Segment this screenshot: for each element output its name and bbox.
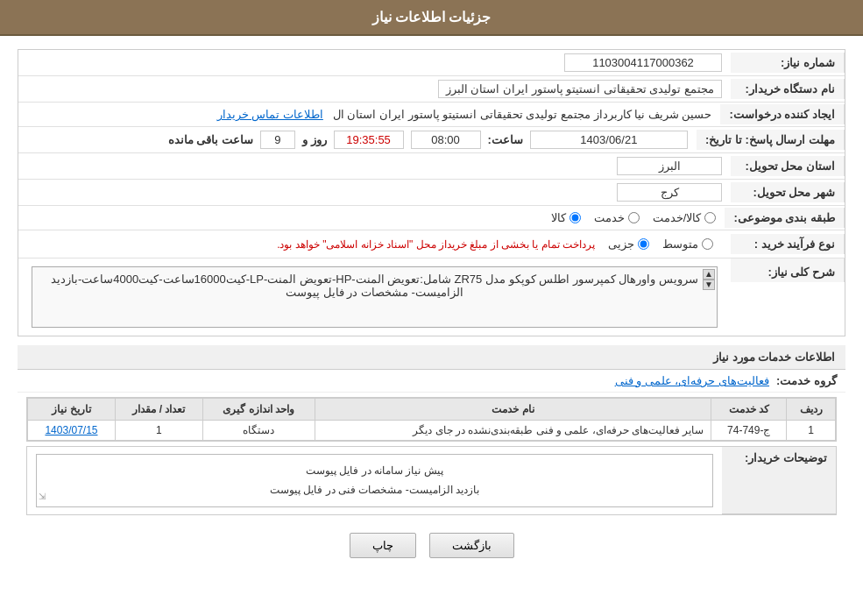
reply-deadline-label: مهلت ارسال پاسخ: تا تاریخ: — [697, 130, 845, 150]
province-value: البرز — [617, 157, 722, 175]
cell-service-name: سایر فعالیت‌های حرفه‌ای، علمی و فنی طبقه… — [315, 421, 711, 441]
category-khedmat-option[interactable]: خدمت — [594, 211, 640, 224]
category-kala-label: کالا — [551, 211, 566, 224]
need-number-value: 1103004117000362 — [564, 53, 722, 72]
category-kala-option[interactable]: کالا — [551, 211, 581, 224]
service-group-value[interactable]: فعالیت‌های حرفه‌ای، علمی و فنی — [615, 374, 769, 387]
need-number-row: شماره نیاز: 1103004117000362 — [18, 50, 845, 76]
purchase-jozvi-label: جزیی — [608, 237, 634, 251]
category-kala-khedmat-radio[interactable] — [704, 212, 716, 223]
arrow-up[interactable]: ▲ — [703, 269, 715, 280]
reply-days-value: 9 — [260, 131, 295, 149]
category-value-cell: کالا/خدمت خدمت کالا — [18, 208, 725, 228]
reply-remaining-label: ساعت باقی مانده — [168, 133, 253, 146]
reply-deadline-value-cell: 1403/06/21 ساعت: 08:00 19:35:55 روز و 9 … — [18, 127, 697, 152]
category-kala-radio[interactable] — [569, 212, 581, 223]
city-row: شهر محل تحویل: کرج — [18, 180, 845, 206]
category-kala-khedmat-label: کالا/خدمت — [653, 211, 702, 224]
need-number-label: شماره نیاز: — [731, 53, 845, 73]
category-label: طبقه بندی موضوعی: — [725, 208, 845, 228]
table-header-row: ردیف کد خدمت نام خدمت واحد اندازه گیری ت… — [28, 399, 836, 421]
reply-remaining-value: 19:35:55 — [334, 131, 404, 149]
col-service-name: نام خدمت — [315, 399, 711, 421]
buyer-notes-line1: پیش نیاز سامانه در فایل پیوست — [44, 462, 705, 481]
buyer-org-value: مجتمع تولیدی تحقیقاتی انستیتو پاستور ایر… — [438, 80, 722, 98]
reply-time-label: ساعت: — [488, 133, 523, 146]
col-rownum: ردیف — [787, 399, 836, 421]
purchase-jozvi-option[interactable]: جزیی — [608, 237, 649, 251]
city-value-cell: کرج — [18, 180, 731, 205]
purchase-jozvi-radio[interactable] — [638, 238, 649, 250]
province-row: استان محل تحویل: البرز — [18, 153, 845, 180]
purchase-motavaset-radio[interactable] — [702, 238, 713, 250]
main-info-section: شماره نیاز: 1103004117000362 نام دستگاه … — [18, 49, 845, 336]
purchase-type-value-cell: متوسط جزیی پرداخت تمام یا بخشی از مبلغ خ… — [18, 230, 731, 258]
creator-value-cell: حسین شریف نیا کاربرداز مجتمع تولیدی تحقی… — [18, 104, 720, 124]
service-group-row: گروه خدمت: فعالیت‌های حرفه‌ای، علمی و فن… — [18, 370, 845, 393]
col-date: تاریخ نیاز — [28, 399, 116, 421]
province-value-cell: البرز — [18, 153, 731, 179]
page-header: جزئیات اطلاعات نیاز — [0, 0, 863, 36]
table-row: 1 ج-749-74 سایر فعالیت‌های حرفه‌ای، علمی… — [28, 421, 836, 441]
buyer-org-value-cell: مجتمع تولیدی تحقیقاتی انستیتو پاستور ایر… — [18, 76, 731, 102]
page-title: جزئیات اطلاعات نیاز — [372, 10, 492, 25]
buyer-notes-line2: بازدید الزامیست- مشخصات فنی در فایل پیوس… — [44, 481, 705, 500]
col-quantity: تعداد / مقدار — [115, 399, 202, 421]
services-section-title: اطلاعات خدمات مورد نیاز — [18, 345, 845, 370]
buyer-notes-content: پیش نیاز سامانه در فایل پیوست بازدید الز… — [27, 447, 722, 514]
buyer-org-row: نام دستگاه خریدار: مجتمع تولیدی تحقیقاتی… — [18, 76, 845, 103]
need-description-row: شرح کلی نیاز: ▲ ▼ سرویس واورهال کمپرسور … — [18, 258, 845, 336]
services-table-container: ردیف کد خدمت نام خدمت واحد اندازه گیری ت… — [26, 397, 837, 442]
buyer-org-label: نام دستگاه خریدار: — [731, 79, 845, 99]
creator-name: حسین شریف نیا کاربرداز مجتمع تولیدی تحقی… — [333, 108, 712, 121]
creator-contact-link[interactable]: اطلاعات تماس خریدار — [217, 108, 323, 121]
services-section: اطلاعات خدمات مورد نیاز گروه خدمت: فعالی… — [18, 345, 845, 442]
col-unit: واحد اندازه گیری — [202, 399, 315, 421]
reply-deadline-row: مهلت ارسال پاسخ: تا تاریخ: 1403/06/21 سا… — [18, 127, 845, 153]
purchase-motavaset-label: متوسط — [662, 237, 698, 251]
creator-label: ایجاد کننده درخواست: — [720, 104, 845, 124]
buyer-notes-inner: پیش نیاز سامانه در فایل پیوست بازدید الز… — [36, 454, 713, 507]
creator-row: ایجاد کننده درخواست: حسین شریف نیا کاربر… — [18, 103, 845, 127]
cell-date: 1403/07/15 — [28, 421, 116, 441]
cell-service-code: ج-749-74 — [711, 421, 787, 441]
print-button[interactable]: چاپ — [350, 533, 416, 558]
reply-date-value: 1403/06/21 — [530, 131, 688, 149]
service-group-label: گروه خدمت: — [776, 374, 837, 387]
category-khedmat-label: خدمت — [594, 211, 625, 224]
purchase-warning: پرداخت تمام یا بخشی از مبلغ خریداز محل "… — [277, 238, 595, 251]
need-description-value: سرویس واورهال کمپرسور اطلس کوپکو مدل ZR7… — [51, 273, 698, 299]
need-description-box: ▲ ▼ سرویس واورهال کمپرسور اطلس کوپکو مدل… — [32, 266, 718, 328]
need-description-value-cell: ▲ ▼ سرویس واورهال کمپرسور اطلس کوپکو مدل… — [18, 258, 731, 336]
cell-quantity: 1 — [115, 421, 202, 441]
reply-time-value: 08:00 — [411, 131, 481, 149]
col-service-code: کد خدمت — [711, 399, 787, 421]
category-kala-khedmat-option[interactable]: کالا/خدمت — [653, 211, 717, 224]
buyer-notes-section: توضیحات خریدار: پیش نیاز سامانه در فایل … — [26, 446, 837, 515]
resize-handle[interactable]: ⇲ — [39, 489, 46, 505]
reply-days-label: روز و — [302, 133, 327, 146]
purchase-type-row: نوع فرآیند خرید : متوسط جزیی پرداخت تمام… — [18, 230, 845, 258]
description-arrows: ▲ ▼ — [703, 269, 715, 290]
category-khedmat-radio[interactable] — [628, 212, 640, 223]
city-value: کرج — [617, 183, 722, 202]
need-description-label: شرح کلی نیاز: — [731, 258, 845, 282]
buttons-row: بازگشت چاپ — [18, 520, 845, 571]
city-label: شهر محل تحویل: — [731, 182, 845, 202]
arrow-down[interactable]: ▼ — [703, 280, 715, 290]
need-number-value-cell: 1103004117000362 — [18, 50, 731, 75]
cell-unit: دستگاه — [202, 421, 315, 441]
services-table: ردیف کد خدمت نام خدمت واحد اندازه گیری ت… — [27, 398, 836, 441]
province-label: استان محل تحویل: — [731, 156, 845, 176]
purchase-motavaset-option[interactable]: متوسط — [662, 237, 713, 251]
category-row: طبقه بندی موضوعی: کالا/خدمت خدمت — [18, 206, 845, 230]
purchase-type-label: نوع فرآیند خرید : — [731, 234, 845, 254]
cell-rownum: 1 — [787, 421, 836, 441]
buyer-notes-label: توضیحات خریدار: — [722, 447, 836, 514]
back-button[interactable]: بازگشت — [429, 533, 514, 558]
